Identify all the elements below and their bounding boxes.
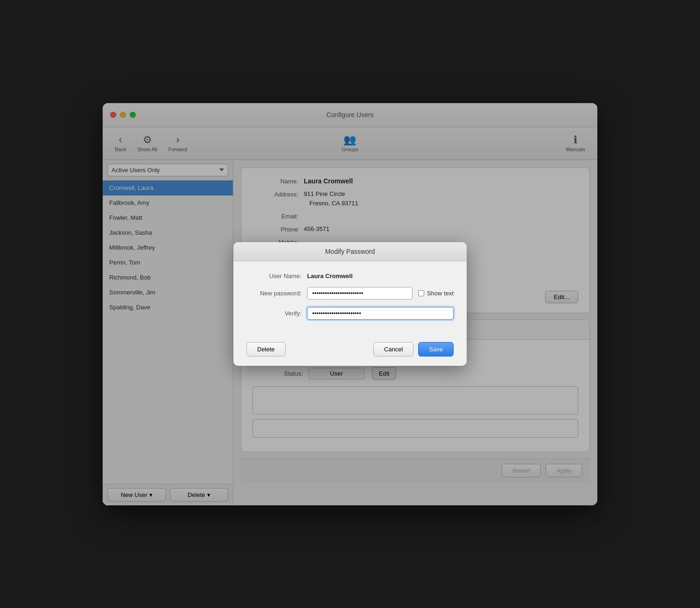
new-password-input[interactable] [307, 287, 413, 300]
modal-action-buttons: Cancel Save [373, 342, 454, 356]
modify-password-modal: Modify Password User Name: Laura Cromwel… [233, 242, 467, 366]
show-text-row: Show text [418, 290, 454, 297]
save-button[interactable]: Save [418, 342, 454, 356]
cancel-button[interactable]: Cancel [373, 342, 413, 356]
main-window: Configure Users ‹ Back ⚙ Show All › Forw… [103, 103, 597, 505]
modal-body: User Name: Laura Cromwell New password: … [233, 261, 467, 336]
delete-password-button[interactable]: Delete [246, 342, 286, 356]
modal-overlay: Modify Password User Name: Laura Cromwel… [103, 103, 597, 505]
modal-verify-row: Verify: [246, 307, 454, 320]
verify-password-input[interactable] [307, 307, 454, 320]
modal-new-password-row: New password: Show text [246, 287, 454, 300]
show-text-label: Show text [427, 290, 454, 297]
modal-username-row: User Name: Laura Cromwell [246, 273, 454, 280]
show-text-checkbox[interactable] [418, 290, 424, 296]
modal-footer: Delete Cancel Save [233, 336, 467, 366]
modal-title: Modify Password [233, 242, 467, 261]
